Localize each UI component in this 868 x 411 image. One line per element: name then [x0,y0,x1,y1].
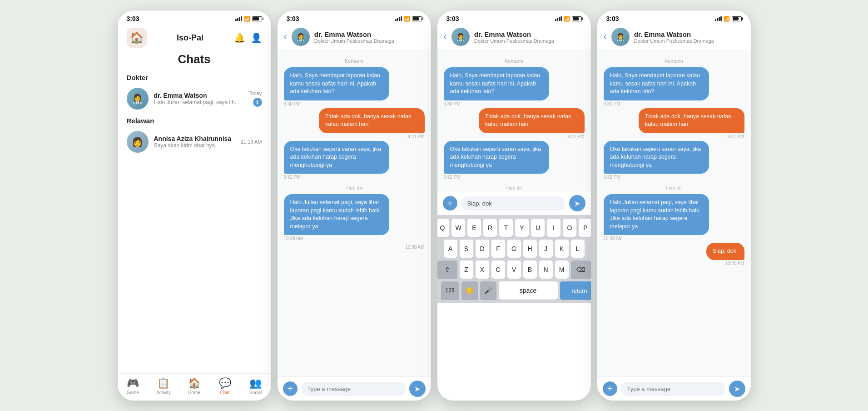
msg-sent-final-4: Siap, dok. 10:30 AM [604,243,744,266]
chat-header-avatar-2: 👩‍⚕️ [292,28,310,46]
key-mic[interactable]: 🎤 [480,281,496,300]
key-q[interactable]: Q [437,219,450,237]
bubble-received-1-4: Halo, Saya mendapat laporan kalau kamu s… [604,67,709,100]
msg-time-1-3: 9:30 PM [444,101,461,106]
msg-received-1-2: Halo, Saya mendapat laporan kalau kamu s… [284,67,425,106]
signal-icon-2 [395,16,402,21]
msg-time-1-2: 9:30 PM [284,101,301,106]
status-bar-4: 3:03 📶 [597,10,751,24]
activity-icon: 📋 [157,377,169,389]
msg-received-2-3: Oke lakukan seperti saran saya, jika ada… [444,141,585,180]
messages-area-2[interactable]: Kemarin Halo, Saya mendapat laporan kala… [278,50,431,376]
screen-4-chat-sent: 3:03 📶 ‹ 👩‍⚕️ dr. Emma Watson Dokter Umu… [597,10,751,401]
key-space[interactable]: space [499,281,558,300]
key-f[interactable]: F [491,240,505,258]
key-v[interactable]: V [507,261,521,279]
msg-time-sent-1-3: 9:31 PM [567,134,584,139]
chat-item-doctor[interactable]: 👩‍⚕️ dr. Emma Watson Halo Julian selamat… [118,83,271,114]
nav-chat[interactable]: 💬 Chat [213,377,236,395]
send-button-4[interactable]: ➤ [729,381,745,397]
key-emoji[interactable]: 😊 [461,281,478,300]
back-button-3[interactable]: ‹ [444,31,447,43]
bottom-nav-1: 🎮 Game 📋 Activity 🏠 Home 💬 Chat 👥 Social [118,373,271,401]
message-input-3[interactable] [461,196,565,211]
home-icon: 🏠 [188,377,200,389]
key-i[interactable]: I [547,219,560,237]
doctor-badge: 1 [253,98,262,107]
status-icons-4: 📶 [715,16,742,22]
msg-sent-1-3: Tidak ada dok, hanya sesak nafas kalau m… [444,108,585,139]
wifi-icon-2: 📶 [404,16,410,22]
input-area-3: + ➤ [437,191,591,215]
key-p[interactable]: P [579,219,591,237]
nav-game[interactable]: 🎮 Game [121,377,144,395]
key-z[interactable]: Z [460,261,473,279]
chats-page-title: Chats [118,50,271,71]
nav-activity[interactable]: 📋 Activity [152,377,175,395]
key-u[interactable]: U [531,219,545,237]
date-divider-hariini-3: Hari ini [444,185,585,190]
key-e[interactable]: E [467,219,481,237]
send-button-3[interactable]: ➤ [569,195,585,211]
key-l[interactable]: L [571,240,585,258]
key-k[interactable]: K [555,240,569,258]
chat-header-4: ‹ 👩‍⚕️ dr. Emma Watson Dokter Umum Puske… [597,24,751,50]
key-return[interactable]: return [560,281,591,300]
key-a[interactable]: A [444,240,457,258]
plus-button-2[interactable]: + [283,381,298,396]
key-shift[interactable]: ⇧ [437,261,457,279]
key-delete[interactable]: ⌫ [571,261,591,279]
key-g[interactable]: G [507,240,521,258]
key-r[interactable]: R [483,219,497,237]
bubble-received-3-2: Halo Julian selamat pagi, saya lihat lap… [284,194,390,235]
key-j[interactable]: J [539,240,553,258]
message-input-2[interactable] [301,382,406,396]
key-t[interactable]: T [499,219,513,237]
message-input-4[interactable] [621,382,725,396]
user-icon[interactable]: 👤 [251,32,262,43]
battery-icon-2 [412,16,422,21]
dokter-section-label: Dokter [118,71,271,83]
messages-area-3[interactable]: Kemarin Halo, Saya mendapat laporan kala… [437,50,591,191]
header-icons: 🔔 👤 [234,32,262,43]
key-o[interactable]: O [563,219,576,237]
signal-icon-3 [555,16,562,21]
time-4: 3:03 [606,15,619,22]
doctor-preview: Halo Julian selamat pagi, saya lih... [154,99,243,105]
battery-icon-4 [732,16,742,21]
key-n[interactable]: N [539,261,553,279]
nav-social[interactable]: 👥 Social [244,377,267,395]
plus-button-4[interactable]: + [603,381,617,396]
wifi-icon-1: 📶 [244,16,250,22]
key-m[interactable]: M [555,261,569,279]
key-s[interactable]: S [460,240,473,258]
bubble-sent-1-3: Tidak ada dok, hanya sesak nafas kalau m… [479,108,585,133]
back-button-4[interactable]: ‹ [604,31,607,43]
messages-area-4[interactable]: Kemarin Halo, Saya mendapat laporan kala… [597,50,751,376]
bubble-received-2-2: Oke lakukan seperti saran saya, jika ada… [284,141,390,174]
volunteer-name: Annisa Aziza Khairunnisa [154,135,236,142]
doctor-time: Today [248,90,262,96]
chat-header-2: ‹ 👩‍⚕️ dr. Emma Watson Dokter Umum Puske… [278,24,431,50]
key-b[interactable]: B [523,261,537,279]
nav-home[interactable]: 🏠 Home [183,377,205,395]
chat-item-volunteer[interactable]: 👩 Annisa Aziza Khairunnisa Saya akan kir… [118,126,271,157]
msg-time-sent-1-4: 9:31 PM [727,134,744,139]
battery-icon-1 [252,16,262,21]
plus-button-3[interactable]: + [443,196,457,211]
signal-icon-1 [235,16,242,21]
key-h[interactable]: H [523,240,537,258]
key-w[interactable]: W [451,219,465,237]
chat-header-info-2: dr. Emma Watson Dokter Umum Puskesmas Dr… [314,30,425,44]
key-y[interactable]: Y [515,219,529,237]
send-button-2[interactable]: ➤ [409,381,426,397]
nav-home-label: Home [188,390,200,395]
key-x[interactable]: X [476,261,489,279]
back-button-2[interactable]: ‹ [284,31,287,43]
bell-icon[interactable]: 🔔 [234,32,245,43]
time-1: 3:03 [127,15,139,22]
key-c[interactable]: C [491,261,505,279]
key-d[interactable]: D [476,240,489,258]
bubble-received-2-4: Oke lakukan seperti saran saya, jika ada… [604,141,709,174]
key-numbers[interactable]: 123 [441,281,459,300]
